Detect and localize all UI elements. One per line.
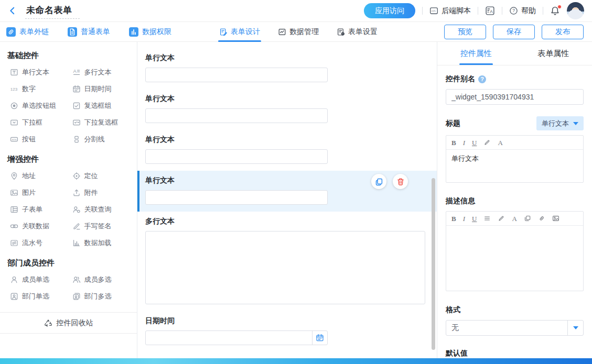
form-settings-icon [337, 28, 345, 36]
share-link-0[interactable]: 表单外链 [6, 27, 49, 37]
calendar-icon [72, 85, 81, 93]
image-icon[interactable] [552, 215, 559, 222]
data-load-icon [72, 239, 81, 247]
copy-field-button[interactable] [371, 174, 386, 189]
format-a-button[interactable]: A [498, 139, 502, 146]
format-i-button[interactable]: I [463, 215, 465, 222]
sidebar-item-user[interactable]: 成员单选 [6, 271, 69, 288]
sidebar-item-textarea-text[interactable]: A多行文本 [69, 64, 131, 81]
svg-text:</>: </> [432, 9, 436, 13]
canvas-field-input[interactable]: 单行文本 [137, 130, 437, 171]
field-input[interactable] [145, 149, 328, 164]
divider [422, 7, 423, 15]
sidebar-item-subform[interactable]: 子表单 [6, 201, 69, 218]
form-canvas[interactable]: 单行文本单行文本单行文本单行文本 多行文本日期时间 [137, 42, 437, 364]
sidebar-item-serial[interactable]: 流水号 [6, 235, 69, 251]
sidebar-item-checkbox[interactable]: 复选框组 [69, 97, 131, 114]
sidebar-item-input-text[interactable]: 单行文本 [6, 64, 69, 81]
title-editor-toolbar: BIUA [446, 136, 583, 150]
sidebar-item-depts[interactable]: 部门多选 [69, 288, 131, 305]
clone-icon[interactable] [524, 215, 531, 222]
tab-form-design[interactable]: 表单设计 [218, 22, 261, 42]
widget-type-value: 单行文本 [542, 119, 569, 128]
lines-icon[interactable] [483, 215, 491, 222]
back-button[interactable] [8, 6, 17, 15]
avatar[interactable] [567, 2, 584, 19]
format-b-button[interactable]: B [451, 215, 456, 222]
description-label: 描述信息 [446, 196, 584, 206]
canvas-field-date[interactable]: 日期时间 [137, 311, 437, 352]
field-date-input[interactable] [145, 330, 328, 345]
alias-input[interactable] [446, 89, 584, 105]
sidebar-item-upload[interactable]: 附件 [69, 184, 131, 201]
sidebar-item-select[interactable]: 下拉框 [6, 114, 69, 131]
canvas-scrollbar[interactable] [432, 178, 435, 350]
tab-form-settings[interactable]: 表单设置 [336, 22, 379, 42]
directory-button[interactable]: A [485, 6, 495, 16]
canvas-field-input-selected[interactable]: 单行文本 [137, 171, 437, 212]
share-link-2[interactable]: 数据权限 [129, 27, 171, 37]
field-input[interactable] [145, 190, 328, 205]
help-button[interactable]: ? 帮助 [509, 6, 536, 16]
sidebar-item-number[interactable]: 123数字 [6, 81, 69, 97]
sidebar-section-title: 基础控件 [7, 51, 131, 61]
action-button-2[interactable]: 发布 [542, 25, 584, 39]
link-icon[interactable] [538, 215, 545, 222]
app-access-button[interactable]: 应用访问 [364, 3, 415, 18]
format-select[interactable]: 无 [446, 320, 584, 336]
sidebar-item-button[interactable]: BTN按钮 [6, 131, 69, 148]
divider-icon [72, 135, 81, 144]
widget-type-dropdown[interactable]: 单行文本 [536, 116, 584, 130]
sidebar-item-dept[interactable]: 部门单选 [6, 288, 69, 305]
sidebar-item-image[interactable]: 图片 [6, 184, 69, 201]
field-input[interactable] [145, 68, 328, 82]
sidebar-item-users[interactable]: 成员多选 [69, 271, 131, 288]
sidebar-item-pin[interactable]: 地址 [6, 168, 69, 184]
title-editor-content[interactable]: 单行文本 [446, 150, 583, 182]
notifications-button[interactable] [550, 6, 560, 16]
canvas-field-input[interactable]: 单行文本 [137, 89, 437, 130]
form-design-icon [219, 28, 228, 36]
action-button-0[interactable]: 预览 [444, 25, 486, 39]
field-label: 单行文本 [145, 135, 437, 145]
question-icon: ? [509, 6, 518, 15]
canvas-field-textarea[interactable]: 多行文本 [137, 212, 437, 311]
format-i-button[interactable]: I [463, 139, 465, 146]
sidebar-item-link-data[interactable]: 关联数据 [6, 218, 69, 235]
description-editor: BIUA [446, 211, 584, 291]
form-share-links: 表单外链普通表单数据权限 [6, 22, 171, 42]
help-label: 帮助 [521, 6, 536, 16]
sidebar-item-calendar[interactable]: 日期时间 [69, 81, 131, 97]
pen-icon[interactable] [483, 139, 491, 146]
backend-script-button[interactable]: </> 后端脚本 [429, 6, 471, 16]
panel-tab-0[interactable]: 控件属性 [437, 42, 515, 65]
tab-data-manage[interactable]: 数据管理 [277, 22, 320, 42]
sidebar-item-signature[interactable]: 手写签名 [69, 218, 131, 235]
description-editor-content[interactable] [446, 226, 583, 291]
recycle-label: 控件回收站 [57, 318, 93, 328]
action-button-1[interactable]: 保存 [493, 25, 535, 39]
field-textarea[interactable] [145, 231, 425, 304]
person-search-icon [72, 205, 81, 214]
format-b-button[interactable]: B [451, 139, 456, 146]
sidebar-item-divider[interactable]: 分割线 [69, 131, 131, 148]
sidebar-item-target[interactable]: 定位 [69, 168, 131, 184]
field-input[interactable] [145, 108, 328, 123]
panel-tab-1[interactable]: 表单属性 [515, 42, 592, 65]
sidebar-item-radio[interactable]: 单选按钮组 [6, 97, 69, 114]
form-title[interactable]: 未命名表单 [25, 3, 80, 19]
sidebar-item-data-load[interactable]: 数据加载 [69, 235, 131, 251]
pen-icon[interactable] [498, 215, 505, 222]
format-u-button[interactable]: U [472, 139, 477, 146]
calendar-icon[interactable] [312, 331, 327, 345]
svg-text:A: A [490, 9, 493, 14]
widget-recycle-bin[interactable]: 控件回收站 [0, 312, 137, 334]
alias-help-icon[interactable]: ? [478, 75, 486, 83]
sidebar-item-multiselect[interactable]: 下拉复选框 [69, 114, 131, 131]
format-a-button[interactable]: A [512, 215, 516, 222]
share-link-1[interactable]: 普通表单 [68, 27, 110, 37]
canvas-field-input[interactable]: 单行文本 [137, 48, 437, 89]
format-u-button[interactable]: U [472, 215, 477, 222]
sidebar-item-person-search[interactable]: 关联查询 [69, 201, 131, 218]
delete-field-button[interactable] [393, 174, 408, 189]
